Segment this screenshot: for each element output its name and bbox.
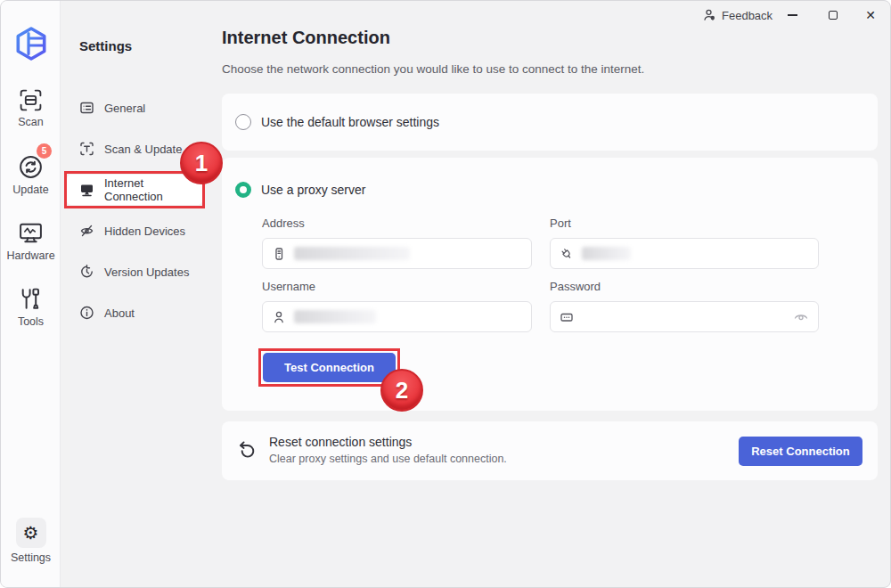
annotation-badge-step1: 1 <box>180 142 223 184</box>
menu-label-hidden-devices: Hidden Devices <box>104 225 185 238</box>
menu-item-about[interactable]: About <box>67 298 202 328</box>
close-button[interactable]: ✕ <box>859 4 882 27</box>
app-logo-icon <box>12 25 50 62</box>
reset-card: Reset connection settings Clear proxy se… <box>222 421 878 480</box>
proxy-option[interactable]: Use a proxy server <box>235 182 365 198</box>
default-browser-option[interactable]: Use the default browser settings <box>235 114 439 130</box>
show-password-eye-icon[interactable] <box>793 309 809 325</box>
server-icon <box>272 247 286 261</box>
hardware-icon <box>18 220 44 246</box>
sidebar-label-scan: Scan <box>18 116 44 128</box>
blurred-username-value <box>294 310 376 323</box>
page-subtitle: Choose the network connection you would … <box>222 62 644 76</box>
sidebar-label-tools: Tools <box>18 315 44 328</box>
minimize-icon <box>788 14 797 16</box>
radio-default-browser[interactable] <box>235 114 251 130</box>
address-input[interactable] <box>262 238 532 269</box>
sidebar-item-tools[interactable]: Tools <box>1 286 61 328</box>
username-label: Username <box>262 280 315 293</box>
feedback-label: Feedback <box>722 9 772 22</box>
menu-item-version-updates[interactable]: Version Updates <box>67 257 202 287</box>
default-browser-card: Use the default browser settings <box>222 94 878 151</box>
menu-label-general: General <box>104 102 145 115</box>
tools-icon <box>18 286 44 312</box>
username-input[interactable] <box>262 301 532 332</box>
sidebar-item-settings[interactable]: ⚙ Settings <box>1 518 61 564</box>
hidden-devices-icon <box>79 224 94 238</box>
menu-item-hidden-devices[interactable]: Hidden Devices <box>67 216 202 246</box>
update-icon <box>18 154 44 180</box>
blurred-address-value <box>294 247 410 260</box>
port-label: Port <box>550 216 571 230</box>
password-card-icon <box>560 310 574 324</box>
maximize-button[interactable] <box>822 4 845 27</box>
general-icon <box>79 101 94 115</box>
password-input[interactable] <box>550 301 819 332</box>
sidebar-item-update[interactable]: 5 Update <box>1 154 61 196</box>
sidebar-label-update: Update <box>12 184 48 196</box>
reset-subtitle: Clear proxy settings and use default con… <box>269 453 507 465</box>
sidebar-label-settings: Settings <box>11 551 51 564</box>
icon-rail: Scan 5 Update Hardware <box>1 1 61 588</box>
feedback-button[interactable]: Feedback <box>702 8 772 22</box>
default-browser-label: Use the default browser settings <box>261 115 439 129</box>
menu-label-version-updates: Version Updates <box>104 265 189 279</box>
version-updates-icon <box>79 265 94 279</box>
page-title: Internet Connection <box>222 28 390 48</box>
annotation-badge-step2: 2 <box>380 369 423 412</box>
reset-title: Reset connection settings <box>269 435 412 449</box>
undo-reset-icon <box>236 438 257 460</box>
maximize-icon <box>829 11 838 20</box>
gear-icon: ⚙ <box>16 518 46 548</box>
settings-menu-title: Settings <box>79 38 132 53</box>
port-input[interactable] <box>550 238 819 269</box>
menu-label-scan-update: Scan & Update <box>104 143 182 156</box>
feedback-person-icon <box>702 8 716 22</box>
sidebar-label-hardware: Hardware <box>6 249 54 262</box>
blurred-port-value <box>582 247 631 260</box>
plug-icon <box>560 247 574 261</box>
radio-proxy-selected[interactable] <box>235 182 251 198</box>
reset-connection-button[interactable]: Reset Connection <box>739 437 862 466</box>
app-window: Scan 5 Update Hardware <box>0 0 891 588</box>
update-count-badge: 5 <box>37 143 52 159</box>
proxy-label: Use a proxy server <box>261 183 365 197</box>
minimize-button[interactable] <box>781 4 804 27</box>
scan-icon <box>19 88 43 112</box>
close-icon: ✕ <box>865 8 876 22</box>
menu-item-general[interactable]: General <box>67 93 202 123</box>
sidebar-item-hardware[interactable]: Hardware <box>1 220 61 262</box>
password-label: Password <box>550 280 601 293</box>
user-icon <box>272 310 286 324</box>
scan-update-icon <box>79 142 94 156</box>
annotation-box-step1 <box>64 171 205 208</box>
about-icon <box>79 306 94 320</box>
address-label: Address <box>262 216 305 230</box>
annotation-box-step2 <box>258 348 400 387</box>
sidebar-item-scan[interactable]: Scan <box>1 88 61 128</box>
menu-label-about: About <box>104 306 135 320</box>
